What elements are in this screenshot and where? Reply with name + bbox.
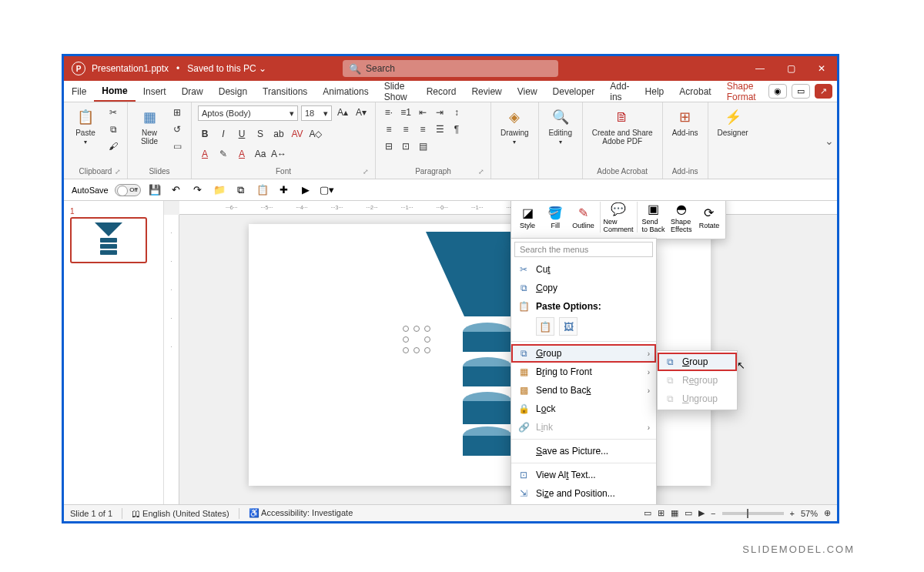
tab-acrobat[interactable]: Acrobat <box>671 81 718 102</box>
language-indicator[interactable]: 🕮 English (United States) <box>132 509 229 518</box>
ctx-send-back[interactable]: ▩Send to Back› <box>511 381 656 400</box>
tab-design[interactable]: Design <box>211 81 255 102</box>
tab-view[interactable]: View <box>510 81 545 102</box>
ctx-group[interactable]: ⧉Group› <box>511 344 656 363</box>
submenu-group[interactable]: ⧉Group <box>658 353 737 371</box>
tab-home[interactable]: Home <box>94 81 135 102</box>
notes-button[interactable]: ▭ <box>644 508 651 518</box>
smartart-button[interactable]: ▤ <box>416 139 430 153</box>
clipboard-launcher-icon[interactable]: ⤢ <box>115 168 121 176</box>
minimize-button[interactable]: — <box>745 56 775 81</box>
font-color-button[interactable]: A <box>198 147 212 161</box>
mini-effects-button[interactable]: ◓Shape Effects <box>668 201 695 236</box>
title-filename-area[interactable]: Presentation1.pptx • Saved to this PC <box>92 63 266 74</box>
slide-thumbnail-panel[interactable]: 1 <box>64 201 164 504</box>
qat-layout-button[interactable]: ▢▾ <box>320 182 335 198</box>
slideshow-view-button[interactable]: ▶ <box>698 508 705 518</box>
align-left-button[interactable]: ≡ <box>382 122 396 136</box>
change-case-button[interactable]: Aa <box>253 147 267 161</box>
text-highlight-button[interactable]: ✎ <box>216 147 230 161</box>
paste-button[interactable]: 📋 Paste ▾ <box>70 105 101 147</box>
layout-button[interactable]: ⊞ <box>169 105 185 119</box>
accessibility-indicator[interactable]: ♿ Accessibility: Investigate <box>249 508 353 518</box>
font-launcher-icon[interactable]: ⤢ <box>363 168 369 176</box>
align-text-button[interactable]: ⊡ <box>399 139 413 153</box>
mini-outline-button[interactable]: ✎Outline <box>570 201 596 236</box>
line-spacing-button[interactable]: ↕ <box>450 105 464 119</box>
ctx-alt-text[interactable]: ⊡View Alt Text... <box>511 466 656 484</box>
tab-help[interactable]: Help <box>638 81 672 102</box>
align-right-button[interactable]: ≡ <box>416 122 430 136</box>
qat-copy-button[interactable]: ⧉ <box>233 182 249 198</box>
copy-button[interactable]: ⧉ <box>105 122 121 136</box>
section-button[interactable]: ▭ <box>169 139 185 153</box>
undo-button[interactable]: ↶ <box>169 182 184 198</box>
tab-animations[interactable]: Animations <box>315 81 376 102</box>
font-name-dropdown[interactable]: Aptos (Body)▾ <box>198 105 298 121</box>
sorter-view-button[interactable]: ▦ <box>671 508 678 518</box>
qat-folder-button[interactable]: 📁 <box>212 182 227 198</box>
reading-view-button[interactable]: ▭ <box>685 508 692 518</box>
shadow-button[interactable]: ab <box>272 127 286 141</box>
justify-button[interactable]: ☰ <box>433 122 447 136</box>
bullets-button[interactable]: ≡· <box>382 105 396 119</box>
cut-button[interactable]: ✂ <box>105 105 121 119</box>
paragraph-launcher-icon[interactable]: ⤢ <box>478 168 484 176</box>
ctx-lock[interactable]: 🔒Lock <box>511 400 656 418</box>
tab-review[interactable]: Review <box>464 81 509 102</box>
decrease-font-button[interactable]: A▾ <box>353 105 369 119</box>
redo-button[interactable]: ↷ <box>190 182 206 198</box>
qat-slideshow-button[interactable]: ▶ <box>298 182 313 198</box>
ctx-size-position[interactable]: ⇲Size and Position... <box>511 484 656 503</box>
bold-button[interactable]: B <box>198 127 212 141</box>
ctx-copy[interactable]: ⧉Copy <box>511 279 656 297</box>
font-fill-button[interactable]: A <box>235 147 249 161</box>
tab-record[interactable]: Record <box>419 81 464 102</box>
char-spacing-button[interactable]: A↔ <box>272 147 286 161</box>
mini-style-button[interactable]: ◪Style <box>514 201 541 236</box>
close-button[interactable]: ✕ <box>806 56 837 81</box>
save-button[interactable]: 💾 <box>147 182 162 198</box>
zoom-in-button[interactable]: + <box>790 509 795 518</box>
tab-transitions[interactable]: Transitions <box>255 81 315 102</box>
mini-send-back-button[interactable]: ▣Send to Back <box>641 201 667 236</box>
columns-button[interactable]: ⊟ <box>382 139 396 153</box>
record-indicator-button[interactable]: ◉ <box>768 84 787 99</box>
create-pdf-button[interactable]: 🗎Create and Share Adobe PDF <box>589 105 656 147</box>
tab-shape-format[interactable]: Shape Format <box>719 81 768 102</box>
editing-button[interactable]: 🔍Editing▾ <box>545 105 576 147</box>
designer-button[interactable]: ⚡Designer <box>715 105 752 139</box>
zoom-level[interactable]: 57% <box>801 509 818 518</box>
align-center-button[interactable]: ≡ <box>399 122 413 136</box>
ctx-save-picture[interactable]: Save as Picture... <box>511 442 656 460</box>
addins-button[interactable]: ⊞Add-ins <box>669 105 701 139</box>
qat-new-button[interactable]: ✚ <box>276 182 292 198</box>
fit-window-button[interactable]: ⊕ <box>824 508 831 518</box>
format-painter-button[interactable]: 🖌 <box>105 139 121 153</box>
zoom-slider[interactable] <box>722 512 784 515</box>
tab-addins[interactable]: Add-ins <box>602 81 637 102</box>
mini-rotate-button[interactable]: ⟳Rotate <box>696 201 722 236</box>
mini-fill-button[interactable]: 🪣Fill <box>542 201 568 236</box>
vertical-ruler[interactable]: ····· <box>164 215 179 504</box>
clear-format-button[interactable]: A◇ <box>309 127 323 141</box>
maximize-button[interactable]: ▢ <box>775 56 806 81</box>
paste-option-picture[interactable]: 🖼 <box>559 317 578 336</box>
increase-font-button[interactable]: A▴ <box>335 105 350 119</box>
mini-comment-button[interactable]: 💬New Comment <box>604 201 634 236</box>
reset-button[interactable]: ↺ <box>169 122 185 136</box>
ctx-bring-front[interactable]: ▦Bring to Front› <box>511 363 656 381</box>
collapse-ribbon-button[interactable]: ⌄ <box>822 132 837 150</box>
slide-edit-area[interactable]: ···6······5······4······3······2······1·… <box>164 201 837 504</box>
tab-developer[interactable]: Developer <box>545 81 603 102</box>
new-slide-button[interactable]: ▦ New Slide <box>134 105 165 147</box>
autosave-toggle[interactable]: Off <box>115 184 141 196</box>
paste-option-dest-theme[interactable]: 📋 <box>536 317 554 336</box>
tab-slideshow[interactable]: Slide Show <box>377 81 419 102</box>
qat-paste-button[interactable]: 📋 <box>255 182 270 198</box>
present-mode-button[interactable]: ▭ <box>792 84 810 99</box>
slide-thumbnail-1[interactable] <box>70 217 147 263</box>
slide-counter[interactable]: Slide 1 of 1 <box>70 509 112 518</box>
indent-dec-button[interactable]: ⇤ <box>416 105 430 119</box>
share-button[interactable]: ↗ <box>815 84 832 99</box>
